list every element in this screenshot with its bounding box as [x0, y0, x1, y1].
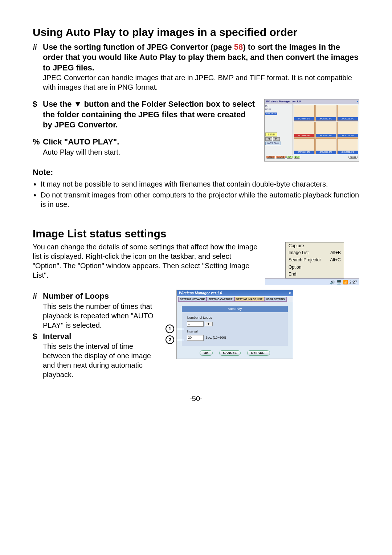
thumb[interactable]: JPCY0003.JPG: [337, 105, 358, 121]
thumb[interactable]: JPCY0004.JPG: [294, 122, 315, 138]
menu-item-image-list[interactable]: Image ListAlt+B: [286, 249, 344, 257]
note-item: It may not be possible to send images wi…: [41, 179, 359, 189]
tab-setting-capture[interactable]: SETTING CAPTURE: [207, 297, 234, 302]
dialog-tabs: SETTING NETWORK SETTING CAPTURE SETTING …: [177, 296, 293, 302]
loops-input[interactable]: 1: [187, 321, 204, 327]
dialog-buttons: OK CANCEL DEFAULT: [177, 348, 293, 359]
tree-dcim: DCIM: [265, 108, 292, 111]
menu-accel: Alt+C: [330, 257, 341, 263]
prev-button[interactable]: ◀: [265, 137, 272, 141]
menu-label: Image List: [289, 250, 309, 256]
callout-2: 2: [166, 335, 174, 344]
lower-button[interactable]: LOWER: [276, 156, 285, 159]
step-1-marker: #: [33, 42, 43, 92]
thumb[interactable]: JPCY0008.JPG: [315, 138, 336, 154]
step-3-marker: %: [33, 137, 43, 157]
next-button[interactable]: ▶: [273, 137, 280, 141]
thumb-caption: JPCY0009.JPG: [338, 151, 358, 154]
step-1: # Use the sorting function of JPEG Conve…: [33, 42, 359, 92]
item-2-title: Interval: [43, 331, 156, 342]
thumb[interactable]: JPCY0005.JPG: [315, 122, 336, 138]
scr1-bottom-bar: UPPER LOWER OK? ESC CLOSE: [265, 155, 359, 160]
step-2: $ Use the ▼ button and the Folder Select…: [33, 99, 257, 130]
thumb[interactable]: JPCY0001.JPG: [294, 105, 315, 121]
thumb[interactable]: JPCY0006.JPG: [337, 122, 358, 138]
tab-user-setting[interactable]: USER SETTING: [264, 297, 287, 302]
item-1-desc: This sets the number of times that playb…: [43, 302, 156, 330]
thumb-caption: JPCY0001.JPG: [294, 117, 314, 121]
auto-play-frame: Auto Play Number of Loops 1 ▼ Interval 2…: [182, 306, 288, 346]
item-number-of-loops: # Number of Loops This sets the number o…: [33, 291, 156, 330]
taskbar-menu-screenshot: Capture Image ListAlt+B Search Projector…: [265, 242, 359, 285]
item-2-marker: $: [33, 331, 43, 380]
settings-dialog-screenshot: Wireless Manager ver.1.0 × SETTING NETWO…: [176, 290, 293, 359]
tray-icon: 🔊: [330, 279, 335, 285]
menu-item-capture[interactable]: Capture: [286, 242, 344, 250]
default-button[interactable]: DEFAULT: [247, 350, 270, 356]
item-interval: $ Interval This sets the interval of tim…: [33, 331, 156, 380]
thumb-caption: JPCY0006.JPG: [338, 134, 358, 137]
thumb-caption: JPCY0005.JPG: [316, 134, 336, 137]
page-number: -50-: [33, 394, 359, 403]
note-list: It may not be possible to send images wi…: [33, 179, 359, 209]
tree-drive: [F:]: [265, 105, 292, 108]
folder-tree: [F:] DCIM 100CDPFF SEND ◀▶ AUTO PLAY: [265, 104, 293, 155]
menu-item-end[interactable]: End: [286, 271, 344, 278]
note-item: Do not transmit images from other comput…: [41, 190, 359, 209]
ok-button[interactable]: OK?: [286, 156, 293, 159]
thumb-caption: JPCY0007.JPG: [294, 151, 314, 154]
tab-setting-network[interactable]: SETTING NETWORK: [178, 297, 207, 302]
step-1-title-a: Use the sorting function of JPEG Convert…: [43, 42, 234, 52]
menu-label: Search Projector: [289, 257, 321, 263]
step-3-desc: Auto Play will then start.: [43, 148, 120, 156]
upper-button[interactable]: UPPER: [266, 156, 275, 159]
callout-1: 1: [166, 325, 174, 333]
heading-image-list-settings: Image List status settings: [33, 227, 359, 241]
step-1-desc: JPEG Convertor can handle images that ar…: [43, 74, 352, 91]
taskbar-tray: 🔊 🖥️ 📶 2:27: [265, 278, 359, 285]
dialog-close-icon[interactable]: ×: [289, 291, 291, 295]
menu-item-search-projector[interactable]: Search ProjectorAlt+C: [286, 257, 344, 264]
item-1-title: Number of Loops: [43, 291, 156, 302]
wireless-manager-screenshot: Wireless Manager ver.1.0 × [F:] DCIM 100…: [264, 99, 359, 162]
dialog-title-text: Wireless Manager ver.1.0: [179, 291, 222, 295]
callout-1-num: 1: [168, 326, 171, 332]
tray-icon: 📶: [343, 279, 348, 285]
loops-dropdown-icon[interactable]: ▼: [205, 322, 213, 326]
thumb[interactable]: JPCY0002.JPG: [315, 105, 336, 121]
menu-item-option[interactable]: Option: [286, 264, 344, 271]
menu-accel: Alt+B: [330, 250, 341, 256]
thumb[interactable]: JPCY0007.JPG: [294, 138, 315, 154]
scr1-title: Wireless Manager ver.1.0 ×: [265, 99, 359, 104]
tab-setting-image-list[interactable]: SETTING IMAGE LIST: [234, 297, 264, 302]
interval-input[interactable]: 20: [187, 335, 204, 341]
menu-label: Option: [289, 265, 301, 270]
ok-button[interactable]: OK: [200, 350, 213, 356]
callout-2-num: 2: [168, 337, 171, 343]
item-2-desc: This sets the interval of time between t…: [43, 342, 156, 379]
step-2-marker: $: [33, 99, 43, 130]
thumb-caption: JPCY0002.JPG: [316, 117, 336, 121]
interval-label: Interval: [187, 330, 283, 334]
thumbnail-grid: JPCY0001.JPG JPCY0002.JPG JPCY0003.JPG J…: [293, 104, 359, 155]
dialog-title-bar: Wireless Manager ver.1.0 ×: [177, 290, 293, 296]
thumb-caption: JPCY0004.JPG: [294, 134, 314, 137]
esc-button[interactable]: ESC: [294, 156, 300, 159]
menu-label: End: [289, 272, 296, 277]
loops-label: Number of Loops: [187, 316, 283, 320]
thumb[interactable]: JPCY0009.JPG: [337, 138, 358, 154]
tree-selected-folder: 100CDPFF: [265, 113, 277, 115]
thumb-caption: JPCY0003.JPG: [338, 117, 358, 121]
send-button[interactable]: SEND: [265, 132, 277, 136]
cancel-button[interactable]: CANCEL: [219, 350, 241, 356]
interval-unit: Sec. (10~600): [205, 336, 226, 339]
scr1-title-text: Wireless Manager ver.1.0: [266, 100, 301, 103]
thumb-caption: JPCY0008.JPG: [316, 151, 336, 154]
close-button[interactable]: CLOSE: [348, 156, 358, 159]
auto-play-button[interactable]: AUTO PLAY: [265, 142, 281, 145]
image-list-intro: You can change the details of some setti…: [33, 242, 258, 280]
auto-play-frame-title: Auto Play: [182, 306, 288, 312]
heading-auto-play: Using Auto Play to play images in a spec…: [33, 25, 359, 39]
step-2-title: Use the ▼ button and the Folder Selectio…: [43, 99, 255, 129]
note-label: Note:: [33, 167, 359, 178]
